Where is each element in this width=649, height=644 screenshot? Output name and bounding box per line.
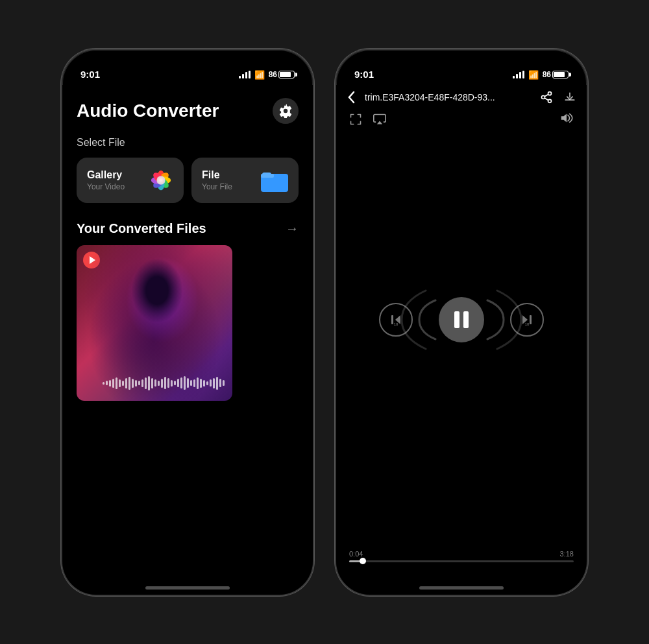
- app-title: Audio Converter: [77, 101, 219, 121]
- phone-1: 9:01 📶 86 Audio Converter: [61, 49, 314, 596]
- toolbar-bar: [336, 110, 587, 132]
- progress-current-time: 0:04: [349, 550, 363, 558]
- home-indicator-2: [419, 586, 504, 590]
- share-icon[interactable]: [540, 91, 553, 104]
- phone2-content: trim.E3FA3204-E48F-428D-93...: [336, 85, 587, 595]
- svg-marker-20: [561, 113, 567, 122]
- dynamic-island: [149, 58, 227, 80]
- video-area[interactable]: 10 10: [336, 132, 587, 508]
- svg-text:10: 10: [525, 322, 530, 326]
- converted-header: Your Converted Files →: [77, 221, 299, 236]
- expand-icon[interactable]: [349, 113, 362, 126]
- converted-title: Your Converted Files: [77, 221, 206, 236]
- svg-point-14: [548, 99, 552, 102]
- video-thumbnail[interactable]: [77, 245, 232, 401]
- photos-icon: [149, 168, 173, 193]
- svg-rect-23: [530, 315, 532, 324]
- svg-rect-21: [391, 315, 393, 324]
- file-card[interactable]: File Your File: [191, 158, 299, 203]
- status-time-2: 9:01: [354, 69, 374, 80]
- skip-forward-button[interactable]: 10: [510, 303, 544, 337]
- progress-area: 0:04 3:18: [336, 550, 587, 562]
- skip-back-button[interactable]: 10: [379, 303, 413, 337]
- figure-silhouette: [131, 258, 183, 323]
- volume-up-icon: [559, 112, 574, 124]
- volume-icon[interactable]: [559, 112, 574, 126]
- signal-icon: [239, 71, 251, 78]
- status-icons-1: 📶 86: [239, 70, 295, 80]
- svg-point-12: [548, 91, 552, 95]
- download-icon[interactable]: [563, 91, 576, 104]
- gallery-card-sub: Your Video: [87, 182, 125, 191]
- phone1-content: Audio Converter Select File Gallery Your…: [62, 85, 313, 595]
- svg-rect-11: [262, 173, 271, 178]
- nav-actions: [540, 91, 576, 104]
- qt-controls: 10 10: [379, 297, 544, 342]
- home-indicator-1: [145, 586, 230, 590]
- airplay-icon[interactable]: [373, 113, 387, 126]
- nav-title: trim.E3FA3204-E48F-428D-93...: [365, 92, 532, 102]
- battery-icon: 86: [269, 70, 295, 79]
- phone-2: 9:01 📶 86 trim.E3F: [335, 49, 588, 596]
- file-card-title: File: [202, 169, 232, 181]
- folder-icon: [261, 169, 288, 192]
- pause-button[interactable]: [439, 297, 484, 342]
- app-header: Audio Converter: [77, 98, 299, 124]
- progress-track[interactable]: [349, 560, 574, 562]
- back-chevron-icon: [347, 90, 357, 104]
- wifi-icon: 📶: [254, 70, 265, 80]
- wifi-icon-2: 📶: [528, 70, 539, 80]
- svg-point-13: [542, 95, 545, 99]
- gear-icon: [278, 104, 293, 118]
- status-icons-2: 📶 86: [513, 70, 569, 80]
- file-select-grid: Gallery Your Video: [77, 158, 299, 203]
- file-card-sub: Your File: [202, 182, 232, 191]
- svg-text:10: 10: [394, 322, 398, 326]
- battery-icon-2: 86: [543, 70, 569, 79]
- svg-rect-18: [569, 92, 570, 97]
- back-button[interactable]: [347, 90, 357, 104]
- svg-line-15: [545, 98, 548, 100]
- svg-line-16: [545, 94, 548, 96]
- status-time-1: 9:01: [80, 69, 100, 80]
- select-file-label: Select File: [77, 137, 299, 149]
- signal-icon-2: [513, 71, 524, 78]
- waveform: [103, 376, 206, 390]
- nav-bar: trim.E3FA3204-E48F-428D-93...: [336, 85, 587, 110]
- dynamic-island-2: [422, 58, 500, 80]
- skip-back-icon: 10: [386, 310, 406, 329]
- gallery-card-title: Gallery: [87, 169, 125, 181]
- svg-point-8: [156, 176, 165, 184]
- progress-thumb: [360, 558, 366, 564]
- progress-total-time: 3:18: [560, 550, 574, 558]
- skip-forward-icon: 10: [517, 310, 537, 329]
- settings-button[interactable]: [273, 98, 299, 124]
- converted-arrow-button[interactable]: →: [286, 221, 299, 236]
- gallery-card[interactable]: Gallery Your Video: [77, 158, 184, 203]
- svg-marker-19: [377, 121, 382, 124]
